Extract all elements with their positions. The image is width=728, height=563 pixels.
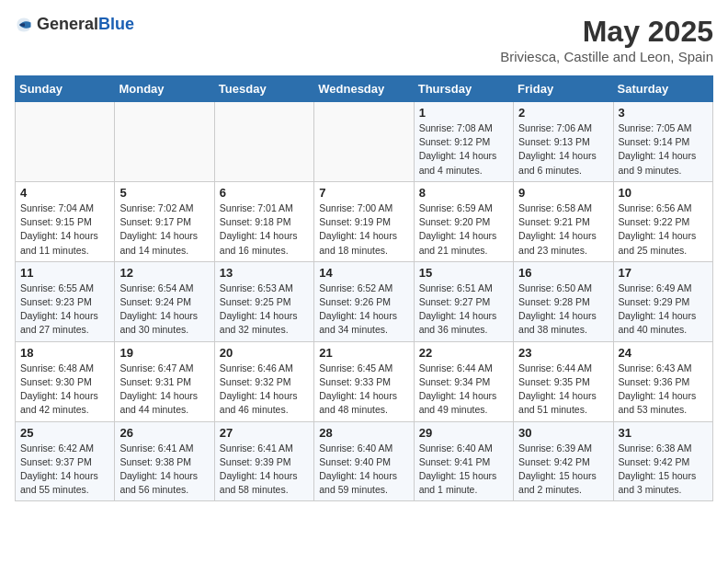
day-info: Sunrise: 6:40 AM Sunset: 9:41 PM Dayligh… [419, 442, 508, 498]
day-info: Sunrise: 6:44 AM Sunset: 9:35 PM Dayligh… [518, 362, 608, 418]
day-info: Sunrise: 6:46 AM Sunset: 9:32 PM Dayligh… [220, 362, 309, 418]
day-number: 20 [220, 346, 309, 360]
day-info: Sunrise: 6:51 AM Sunset: 9:27 PM Dayligh… [419, 282, 508, 338]
calendar-cell: 16Sunrise: 6:50 AM Sunset: 9:28 PM Dayli… [514, 261, 613, 341]
calendar-cell: 12Sunrise: 6:54 AM Sunset: 9:24 PM Dayli… [115, 261, 214, 341]
calendar-table: SundayMondayTuesdayWednesdayThursdayFrid… [15, 75, 713, 501]
day-info: Sunrise: 6:56 AM Sunset: 9:22 PM Dayligh… [619, 201, 708, 258]
calendar-cell: 20Sunrise: 6:46 AM Sunset: 9:32 PM Dayli… [214, 341, 313, 421]
day-info: Sunrise: 6:59 AM Sunset: 9:20 PM Dayligh… [419, 201, 508, 258]
day-number: 5 [119, 186, 209, 200]
day-info: Sunrise: 7:01 AM Sunset: 9:18 PM Dayligh… [220, 201, 309, 258]
calendar-cell: 7Sunrise: 7:00 AM Sunset: 9:19 PM Daylig… [314, 181, 414, 261]
day-number: 29 [419, 426, 508, 440]
day-number: 13 [220, 266, 309, 280]
calendar-subtitle: Briviesca, Castille and Leon, Spain [500, 49, 713, 64]
calendar-cell: 5Sunrise: 7:02 AM Sunset: 9:17 PM Daylig… [115, 181, 214, 261]
day-info: Sunrise: 6:47 AM Sunset: 9:31 PM Dayligh… [119, 362, 209, 418]
day-number: 16 [518, 266, 608, 280]
logo-text: GeneralBlue [37, 15, 134, 34]
day-info: Sunrise: 6:42 AM Sunset: 9:37 PM Dayligh… [20, 442, 109, 498]
logo-general: General [37, 15, 98, 33]
day-number: 2 [518, 106, 608, 120]
calendar-cell: 22Sunrise: 6:44 AM Sunset: 9:34 PM Dayli… [414, 341, 513, 421]
day-number: 21 [319, 346, 408, 360]
calendar-cell: 9Sunrise: 6:58 AM Sunset: 9:21 PM Daylig… [514, 181, 613, 261]
day-info: Sunrise: 6:53 AM Sunset: 9:25 PM Dayligh… [220, 282, 309, 338]
calendar-cell: 24Sunrise: 6:43 AM Sunset: 9:36 PM Dayli… [613, 341, 712, 421]
weekday-header-wednesday: Wednesday [314, 76, 414, 102]
day-info: Sunrise: 6:43 AM Sunset: 9:36 PM Dayligh… [619, 362, 708, 418]
day-number: 14 [319, 266, 408, 280]
calendar-cell [214, 102, 313, 182]
day-number: 30 [518, 426, 608, 440]
day-number: 28 [319, 426, 408, 440]
day-number: 25 [20, 426, 109, 440]
calendar-cell: 25Sunrise: 6:42 AM Sunset: 9:37 PM Dayli… [16, 421, 115, 501]
calendar-cell: 14Sunrise: 6:52 AM Sunset: 9:26 PM Dayli… [314, 261, 414, 341]
calendar-cell: 1Sunrise: 7:08 AM Sunset: 9:12 PM Daylig… [414, 102, 513, 182]
weekday-header-friday: Friday [514, 76, 613, 102]
day-info: Sunrise: 6:40 AM Sunset: 9:40 PM Dayligh… [319, 442, 408, 498]
calendar-cell: 2Sunrise: 7:06 AM Sunset: 9:13 PM Daylig… [514, 102, 613, 182]
day-info: Sunrise: 6:50 AM Sunset: 9:28 PM Dayligh… [518, 282, 608, 338]
day-info: Sunrise: 7:00 AM Sunset: 9:19 PM Dayligh… [319, 201, 408, 258]
day-number: 10 [619, 186, 708, 200]
calendar-week-3: 11Sunrise: 6:55 AM Sunset: 9:23 PM Dayli… [16, 261, 713, 341]
day-number: 27 [220, 426, 309, 440]
day-number: 8 [419, 186, 508, 200]
calendar-cell: 4Sunrise: 7:04 AM Sunset: 9:15 PM Daylig… [16, 181, 115, 261]
weekday-header-monday: Monday [115, 76, 214, 102]
day-info: Sunrise: 7:08 AM Sunset: 9:12 PM Dayligh… [419, 121, 508, 178]
calendar-cell [314, 102, 414, 182]
calendar-cell: 21Sunrise: 6:45 AM Sunset: 9:33 PM Dayli… [314, 341, 414, 421]
day-info: Sunrise: 6:38 AM Sunset: 9:42 PM Dayligh… [619, 442, 708, 498]
calendar-cell: 30Sunrise: 6:39 AM Sunset: 9:42 PM Dayli… [514, 421, 613, 501]
day-number: 26 [119, 426, 209, 440]
day-number: 17 [619, 266, 708, 280]
day-number: 12 [119, 266, 209, 280]
weekday-header-thursday: Thursday [414, 76, 513, 102]
calendar-cell: 17Sunrise: 6:49 AM Sunset: 9:29 PM Dayli… [613, 261, 712, 341]
weekday-header-row: SundayMondayTuesdayWednesdayThursdayFrid… [16, 76, 713, 102]
day-info: Sunrise: 7:04 AM Sunset: 9:15 PM Dayligh… [20, 201, 109, 258]
logo-icon [15, 16, 33, 34]
weekday-header-sunday: Sunday [16, 76, 115, 102]
day-number: 6 [220, 186, 309, 200]
weekday-header-tuesday: Tuesday [214, 76, 313, 102]
logo: GeneralBlue [15, 15, 134, 34]
calendar-cell: 10Sunrise: 6:56 AM Sunset: 9:22 PM Dayli… [613, 181, 712, 261]
day-info: Sunrise: 7:02 AM Sunset: 9:17 PM Dayligh… [119, 201, 209, 258]
day-info: Sunrise: 6:54 AM Sunset: 9:24 PM Dayligh… [119, 282, 209, 338]
day-info: Sunrise: 6:48 AM Sunset: 9:30 PM Dayligh… [20, 362, 109, 418]
title-block: May 2025 Briviesca, Castille and Leon, S… [500, 15, 713, 64]
calendar-cell: 26Sunrise: 6:41 AM Sunset: 9:38 PM Dayli… [115, 421, 214, 501]
day-info: Sunrise: 6:41 AM Sunset: 9:38 PM Dayligh… [119, 442, 209, 498]
weekday-header-saturday: Saturday [613, 76, 712, 102]
day-number: 23 [518, 346, 608, 360]
calendar-week-1: 1Sunrise: 7:08 AM Sunset: 9:12 PM Daylig… [16, 102, 713, 182]
calendar-cell: 15Sunrise: 6:51 AM Sunset: 9:27 PM Dayli… [414, 261, 513, 341]
day-info: Sunrise: 7:06 AM Sunset: 9:13 PM Dayligh… [518, 121, 608, 178]
day-number: 22 [419, 346, 508, 360]
day-number: 1 [419, 106, 508, 120]
calendar-cell: 18Sunrise: 6:48 AM Sunset: 9:30 PM Dayli… [16, 341, 115, 421]
calendar-week-4: 18Sunrise: 6:48 AM Sunset: 9:30 PM Dayli… [16, 341, 713, 421]
day-info: Sunrise: 6:44 AM Sunset: 9:34 PM Dayligh… [419, 362, 508, 418]
calendar-cell: 13Sunrise: 6:53 AM Sunset: 9:25 PM Dayli… [214, 261, 313, 341]
calendar-cell: 31Sunrise: 6:38 AM Sunset: 9:42 PM Dayli… [613, 421, 712, 501]
day-info: Sunrise: 7:05 AM Sunset: 9:14 PM Dayligh… [619, 121, 708, 178]
day-number: 9 [518, 186, 608, 200]
calendar-week-2: 4Sunrise: 7:04 AM Sunset: 9:15 PM Daylig… [16, 181, 713, 261]
day-info: Sunrise: 6:41 AM Sunset: 9:39 PM Dayligh… [220, 442, 309, 498]
day-info: Sunrise: 6:58 AM Sunset: 9:21 PM Dayligh… [518, 201, 608, 258]
calendar-cell: 6Sunrise: 7:01 AM Sunset: 9:18 PM Daylig… [214, 181, 313, 261]
day-number: 7 [319, 186, 408, 200]
day-number: 15 [419, 266, 508, 280]
day-number: 19 [119, 346, 209, 360]
day-number: 4 [20, 186, 109, 200]
day-info: Sunrise: 6:45 AM Sunset: 9:33 PM Dayligh… [319, 362, 408, 418]
day-number: 11 [20, 266, 109, 280]
day-number: 31 [619, 426, 708, 440]
calendar-cell [115, 102, 214, 182]
